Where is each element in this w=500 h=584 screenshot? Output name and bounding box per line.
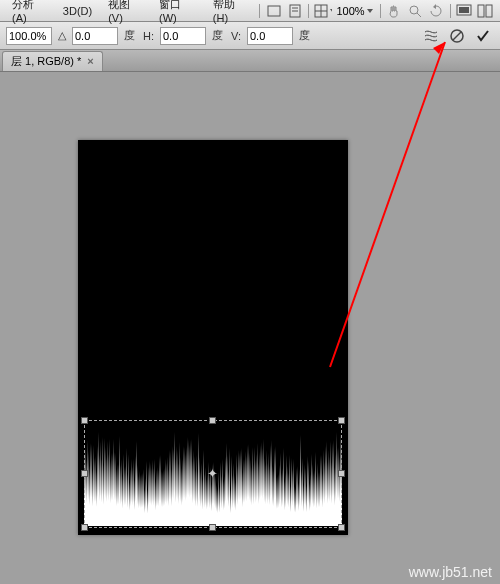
zoom-level-text: 100% — [336, 5, 364, 17]
v-label: V: — [229, 30, 243, 42]
menu-bar: 分析(A) 3D(D) 视图(V) 窗口(W) 帮助(H) 100% — [0, 0, 500, 22]
transform-bounding-box[interactable]: ✦ — [84, 420, 342, 528]
separator — [380, 4, 381, 18]
menu-analysis[interactable]: 分析(A) — [4, 0, 55, 24]
menu-3d[interactable]: 3D(D) — [55, 5, 100, 17]
rotate-icon[interactable] — [428, 2, 445, 20]
separator — [450, 4, 451, 18]
svg-line-8 — [417, 13, 421, 17]
zoom-icon[interactable] — [407, 2, 424, 20]
menu-window[interactable]: 窗口(W) — [151, 0, 205, 24]
zoom-level-dropdown[interactable]: 100% — [336, 2, 374, 20]
svg-rect-10 — [459, 7, 469, 13]
warp-mode-button[interactable] — [420, 25, 442, 47]
degree-label: 度 — [297, 28, 312, 43]
grid-dropdown-icon[interactable] — [314, 2, 332, 20]
separator — [308, 4, 309, 18]
v-input[interactable] — [247, 27, 293, 45]
panels-icon[interactable] — [477, 2, 494, 20]
options-bar: △ 度 H: 度 V: 度 — [0, 22, 500, 50]
separator — [259, 4, 260, 18]
hand-icon[interactable] — [385, 2, 402, 20]
canvas[interactable]: ✦ — [78, 140, 348, 535]
close-icon[interactable]: × — [87, 55, 93, 67]
screen-icon[interactable] — [456, 2, 473, 20]
transform-handle-ml[interactable] — [81, 470, 88, 477]
delta-input[interactable] — [72, 27, 118, 45]
svg-line-14 — [453, 32, 461, 40]
h-label: H: — [141, 30, 156, 42]
delta-label: △ — [56, 29, 68, 42]
menu-help[interactable]: 帮助(H) — [205, 0, 256, 24]
scale-input[interactable] — [6, 27, 52, 45]
h-input[interactable] — [160, 27, 206, 45]
doc-icon[interactable] — [286, 2, 303, 20]
transform-handle-mr[interactable] — [338, 470, 345, 477]
transform-handle-bm[interactable] — [209, 524, 216, 531]
tab-title: 层 1, RGB/8) * — [11, 54, 81, 69]
workspace: ✦ — [0, 72, 500, 584]
rect-icon[interactable] — [265, 2, 282, 20]
svg-rect-12 — [486, 5, 492, 17]
transform-center-icon[interactable]: ✦ — [207, 468, 218, 479]
transform-handle-tl[interactable] — [81, 417, 88, 424]
transform-handle-br[interactable] — [338, 524, 345, 531]
transform-handle-tm[interactable] — [209, 417, 216, 424]
svg-point-7 — [410, 6, 418, 14]
menu-view[interactable]: 视图(V) — [100, 0, 151, 24]
tab-bar: 层 1, RGB/8) * × — [0, 50, 500, 72]
svg-rect-0 — [268, 6, 280, 16]
document-tab[interactable]: 层 1, RGB/8) * × — [2, 51, 103, 71]
svg-rect-11 — [478, 5, 484, 17]
watermark: www.jb51.net — [409, 564, 492, 580]
cancel-button[interactable] — [446, 25, 468, 47]
degree-label: 度 — [210, 28, 225, 43]
transform-handle-tr[interactable] — [338, 417, 345, 424]
commit-button[interactable] — [472, 25, 494, 47]
degree-label: 度 — [122, 28, 137, 43]
transform-handle-bl[interactable] — [81, 524, 88, 531]
